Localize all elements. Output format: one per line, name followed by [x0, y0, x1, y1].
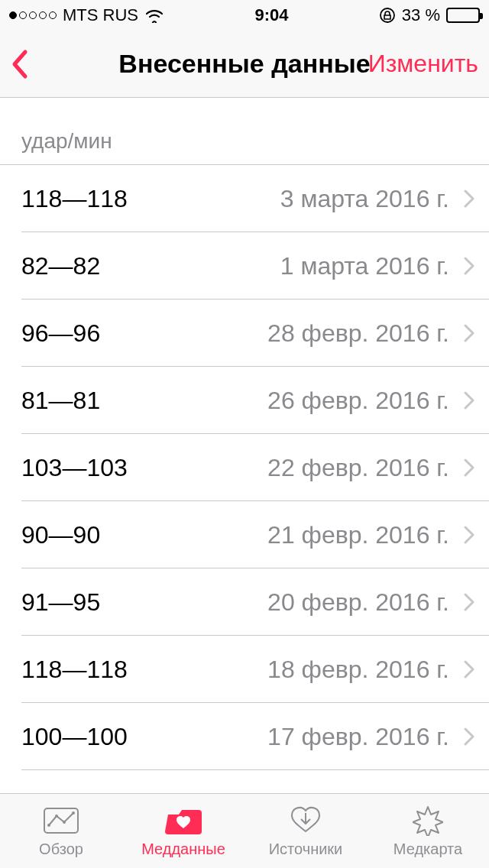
edit-button[interactable]: Изменить	[368, 50, 478, 78]
data-list: 118—118 3 марта 2016 г. 82—82 1 марта 20…	[0, 165, 489, 770]
status-right: 33 %	[379, 5, 480, 25]
chevron-right-icon	[458, 232, 489, 300]
tab-label: Медданные	[141, 840, 225, 858]
list-item[interactable]: 91—95 20 февр. 2016 г.	[0, 568, 489, 636]
chevron-right-icon	[458, 703, 489, 770]
section-header: удар/мин	[0, 98, 489, 165]
chevron-right-icon	[458, 434, 489, 501]
value-label: 81—81	[21, 387, 100, 415]
tab-overview[interactable]: Обзор	[0, 794, 122, 868]
folder-heart-icon	[165, 804, 202, 837]
navigation-bar: Внесенные данные Изменить	[0, 31, 489, 98]
date-label: 28 февр. 2016 г.	[100, 319, 458, 348]
chevron-right-icon	[458, 300, 489, 367]
medical-star-icon	[410, 804, 446, 837]
svg-point-5	[72, 811, 75, 815]
list-item[interactable]: 100—100 17 февр. 2016 г.	[0, 703, 489, 770]
tab-label: Источники	[269, 840, 343, 858]
tab-bar: Обзор Медданные Источники Медкарта	[0, 793, 489, 868]
list-item[interactable]: 81—81 26 февр. 2016 г.	[0, 367, 489, 434]
date-label: 22 февр. 2016 г.	[128, 454, 458, 482]
tab-label: Обзор	[39, 840, 83, 858]
status-left: MTS RUS	[9, 5, 164, 25]
chevron-left-icon	[10, 49, 28, 79]
value-label: 118—118	[21, 656, 128, 684]
chevron-right-icon	[458, 367, 489, 434]
value-label: 96—96	[21, 319, 100, 348]
date-label: 1 марта 2016 г.	[100, 252, 458, 280]
tab-label: Медкарта	[393, 840, 462, 858]
unit-label: удар/мин	[21, 129, 112, 154]
wifi-icon	[144, 8, 164, 23]
list-item[interactable]: 118—118 3 марта 2016 г.	[0, 165, 489, 232]
date-label: 20 февр. 2016 г.	[100, 588, 458, 617]
tab-sources[interactable]: Источники	[244, 794, 367, 868]
date-label: 3 марта 2016 г.	[128, 185, 458, 213]
date-label: 26 февр. 2016 г.	[100, 387, 458, 415]
date-label: 17 февр. 2016 г.	[128, 723, 458, 751]
chevron-right-icon	[458, 165, 489, 232]
tab-health-data[interactable]: Медданные	[122, 794, 244, 868]
cellular-signal-icon	[9, 11, 57, 19]
tab-medical-id[interactable]: Медкарта	[367, 794, 489, 868]
carrier-label: MTS RUS	[63, 5, 138, 25]
date-label: 18 февр. 2016 г.	[128, 656, 458, 684]
svg-point-4	[63, 821, 66, 824]
heart-down-icon	[287, 804, 324, 837]
list-item[interactable]: 118—118 18 февр. 2016 г.	[0, 636, 489, 703]
list-item[interactable]: 90—90 21 февр. 2016 г.	[0, 501, 489, 568]
value-label: 118—118	[21, 185, 128, 213]
chart-icon	[43, 804, 79, 837]
svg-point-3	[55, 815, 58, 818]
date-label: 21 февр. 2016 г.	[100, 521, 458, 549]
chevron-right-icon	[458, 636, 489, 703]
list-item[interactable]: 82—82 1 марта 2016 г.	[0, 232, 489, 300]
list-item[interactable]: 96—96 28 февр. 2016 г.	[0, 300, 489, 367]
value-label: 82—82	[21, 252, 100, 280]
value-label: 103—103	[21, 454, 128, 482]
chevron-right-icon	[458, 568, 489, 636]
status-time: 9:04	[254, 5, 288, 25]
battery-percent: 33 %	[402, 5, 440, 25]
back-button[interactable]	[0, 31, 38, 98]
status-bar: MTS RUS 9:04 33 %	[0, 0, 489, 31]
svg-point-2	[47, 824, 50, 827]
chevron-right-icon	[458, 501, 489, 568]
value-label: 90—90	[21, 521, 100, 549]
value-label: 100—100	[21, 723, 128, 751]
battery-icon	[446, 8, 480, 23]
orientation-lock-icon	[379, 7, 396, 24]
list-item[interactable]: 103—103 22 февр. 2016 г.	[0, 434, 489, 501]
value-label: 91—95	[21, 588, 100, 617]
